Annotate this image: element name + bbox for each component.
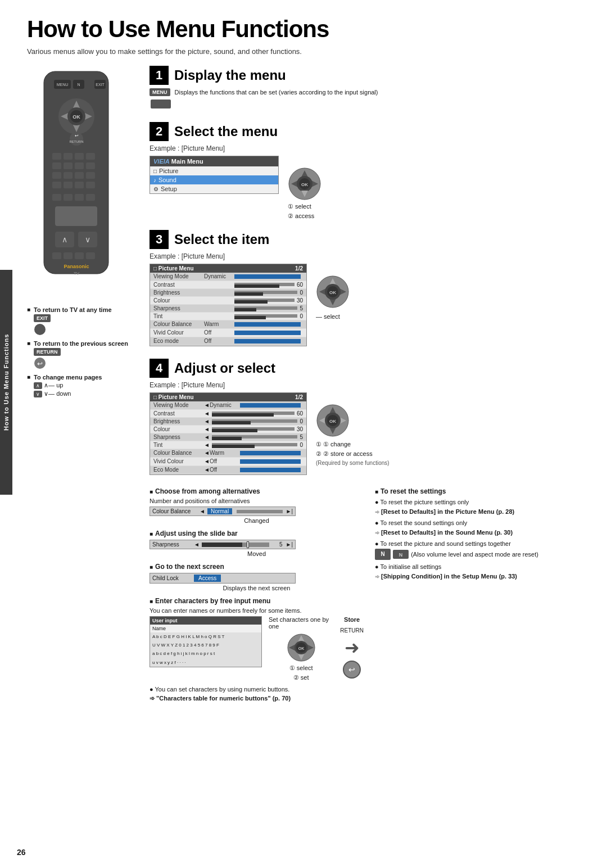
- store-label-text: Store: [344, 616, 360, 623]
- bottom-instructions: Choose from among alternatives Number an…: [150, 487, 589, 704]
- return-button[interactable]: RETURN: [34, 348, 61, 356]
- choose-alternatives-header: Choose from among alternatives: [150, 487, 364, 495]
- svg-rect-37: [86, 194, 95, 201]
- picture-menu-header-step4: □ Picture Menu 1/2: [150, 393, 306, 401]
- menu-row-setup-label: Setup: [161, 186, 177, 192]
- select-label-step3: — select: [316, 313, 340, 320]
- change-pages-title: To change menu pages: [34, 374, 102, 381]
- svg-rect-34: [52, 194, 61, 201]
- displays-label: Displays the next screen: [150, 585, 364, 591]
- remote-control: MENU N EXIT: [27, 66, 125, 304]
- required-label-step4: (Required by some functions): [316, 460, 389, 466]
- svg-rect-25: [86, 162, 95, 169]
- n-button: N: [375, 549, 391, 560]
- picture-menu-page-step4: 1/2: [295, 394, 303, 400]
- svg-rect-22: [52, 162, 61, 169]
- menu-row-sound-label: Sound: [158, 177, 176, 183]
- exit-circle-icon: [34, 323, 46, 336]
- step-2-layout: VIEIA Main Menu □ Picture ♪ Sound: [150, 156, 589, 220]
- chars-table-ref-text: ➾ "Characters table for numeric buttons"…: [150, 695, 291, 702]
- svg-rect-52: [151, 100, 171, 108]
- svg-text:OK: OK: [73, 114, 80, 120]
- exit-button[interactable]: EXIT: [34, 314, 51, 322]
- child-lock-row: Child Lock Access: [150, 573, 295, 583]
- child-lock-label: Child Lock: [152, 575, 192, 581]
- reset-together-text: To reset the picture and sound settings …: [380, 540, 511, 547]
- user-input-chars-4: u v w x y z f · · · ·: [150, 658, 261, 667]
- svg-text:OK: OK: [298, 647, 304, 650]
- svg-rect-45: [75, 252, 84, 259]
- pm4-row-colour: Colour ◄ 30: [150, 426, 306, 433]
- return-circle-icon: ↩: [34, 357, 46, 369]
- menu-row-sound[interactable]: ♪ Sound: [150, 175, 278, 184]
- svg-rect-23: [64, 162, 73, 169]
- menu-row-setup[interactable]: ⚙ Setup: [150, 184, 278, 193]
- menu-row-picture[interactable]: □ Picture: [150, 166, 278, 175]
- ok-button-step2: OK: [288, 167, 321, 201]
- reset-settings-block: To reset the settings ● To reset the pic…: [375, 487, 589, 704]
- colour-balance-label: Colour Balance: [152, 508, 197, 514]
- reset-initialise-link: [Shipping Condition] in the Setup Menu (…: [381, 573, 517, 580]
- pm4-row-eco-mode: Eco Mode ◄ Off: [150, 466, 306, 474]
- adjust-slide-block: Adjust using the slide bar Sharpness ◄: [150, 530, 364, 557]
- page-number: 26: [17, 848, 26, 857]
- step-3-number: 3: [150, 230, 169, 249]
- step-1-title: Display the menu: [174, 67, 286, 83]
- pm-row-viewing-mode: Viewing Mode Dynamic: [150, 273, 306, 281]
- svg-rect-32: [75, 182, 84, 188]
- step-3-layout: □ Picture Menu 1/2 Viewing Mode Dynamic …: [150, 264, 589, 349]
- reset-sound-link: [Reset to Defaults] in the Sound Menu (p…: [381, 529, 513, 536]
- colour-balance-row: Colour Balance ◄ Normal ►|: [150, 507, 295, 516]
- step-1-number: 1: [150, 66, 169, 85]
- step-3-picture-menu: □ Picture Menu 1/2 Viewing Mode Dynamic …: [150, 264, 307, 349]
- main-menu-header: VIEIA Main Menu: [150, 156, 278, 166]
- up-arrow-button[interactable]: ∧: [34, 382, 42, 389]
- big-arrow-right: ➜: [345, 637, 360, 658]
- picture-menu-step3: □ Picture Menu 1/2 Viewing Mode Dynamic …: [150, 264, 307, 346]
- main-menu-table: VIEIA Main Menu □ Picture ♪ Sound: [150, 156, 279, 194]
- return-previous-title: To return to the previous screen: [34, 340, 128, 347]
- step-2-menu-table: VIEIA Main Menu □ Picture ♪ Sound: [150, 156, 279, 196]
- menu-button-label: MENU: [150, 88, 170, 96]
- select-label-enter-chars: ① select: [289, 664, 313, 672]
- step-3-block: 3 Select the item Example : [Picture Men…: [150, 230, 589, 349]
- return-label-enter-chars: RETURN: [340, 627, 364, 634]
- pm-row-contrast: Contrast 60: [150, 281, 306, 289]
- svg-rect-20: [75, 153, 84, 160]
- user-input-name-row: Name: [150, 625, 261, 632]
- step-4-title: Adjust or select: [174, 360, 275, 376]
- step-2-title: Select the menu: [174, 124, 278, 139]
- svg-text:OK: OK: [301, 182, 308, 187]
- picture-icon: □: [153, 168, 157, 174]
- slide-bar-thumb: [247, 541, 249, 548]
- step-3-header: 3 Select the item: [150, 230, 589, 249]
- remote-note-return-previous: ■ To return to the previous screen RETUR…: [27, 340, 139, 370]
- svg-rect-36: [75, 194, 84, 201]
- main-menu-title: Main Menu: [171, 158, 203, 165]
- step-1-block: 1 Display the menu MENU Displays the fun…: [150, 66, 589, 112]
- picture-menu-title-step3: Picture Menu: [158, 265, 194, 272]
- reset-section: ● To reset the picture settings only ➾ […: [375, 498, 589, 581]
- also-volume-text: (Also volume level and aspect mode are r…: [411, 550, 538, 557]
- svg-text:MENU: MENU: [57, 83, 69, 87]
- reset-settings-header: To reset the settings: [375, 487, 589, 495]
- slide-bar-demo: Sharpness ◄ 5 ►|: [150, 540, 296, 549]
- chars-table-ref: ➾ "Characters table for numeric buttons"…: [150, 695, 364, 702]
- pm4-row-viewing-mode: Viewing Mode ◄ Dynamic: [150, 401, 306, 410]
- access-label-step2: ② access: [288, 213, 321, 220]
- pm-row-colour-balance: Colour Balance Warm: [150, 320, 306, 329]
- choose-alternatives-block: Choose from among alternatives Number an…: [150, 487, 364, 524]
- menu-button-icon: [150, 98, 172, 110]
- step-4-number: 4: [150, 359, 169, 378]
- steps-column: 1 Display the menu MENU Displays the fun…: [150, 66, 589, 704]
- pm-row-brightness: Brightness 0: [150, 289, 306, 297]
- svg-rect-26: [52, 172, 61, 179]
- return-previous-icon: ■: [27, 340, 30, 346]
- enter-chars-subtitle: You can enter names or numbers freely fo…: [150, 607, 364, 614]
- slide-bar-row: Sharpness ◄ 5 ►|: [150, 540, 295, 549]
- user-input-header: User input: [150, 617, 261, 625]
- pm-row-tint: Tint 0: [150, 313, 306, 320]
- child-lock-demo: Child Lock Access: [150, 573, 296, 584]
- user-input-chars-3: a b c d e f g h i j k l m n o p r s t: [150, 649, 261, 658]
- down-arrow-button[interactable]: ∨: [34, 391, 42, 397]
